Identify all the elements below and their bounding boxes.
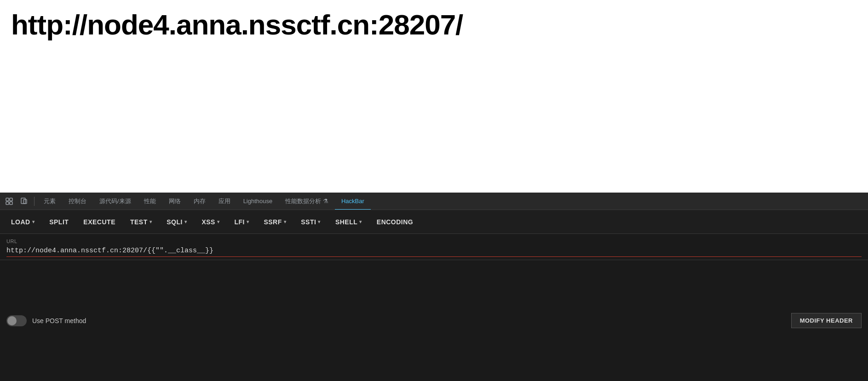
tab-network[interactable]: 网络 — [162, 193, 187, 210]
ssrf-dropdown-arrow: ▾ — [284, 219, 287, 224]
tab-elements[interactable]: 元素 — [37, 193, 62, 210]
browser-content: http://node4.anna.nssctf.cn:28207/ — [0, 0, 868, 193]
load-dropdown-arrow: ▾ — [32, 219, 35, 224]
ssrf-button[interactable]: SSRF ▾ — [256, 210, 293, 234]
svg-rect-0 — [6, 198, 9, 201]
tab-performance-insights[interactable]: 性能数据分析 ⚗ — [279, 193, 335, 210]
test-label: TEST — [130, 218, 148, 226]
sqli-dropdown-arrow: ▾ — [184, 219, 187, 224]
devtools-panel: 元素 控制台 源代码/来源 性能 网络 内存 应用 Lighthouse 性能数… — [0, 193, 868, 381]
split-button[interactable]: SPLIT — [42, 210, 76, 234]
lfi-label: LFI — [234, 218, 245, 226]
xss-label: XSS — [201, 218, 215, 226]
devtools-tab-bar: 元素 控制台 源代码/来源 性能 网络 内存 应用 Lighthouse 性能数… — [0, 193, 868, 210]
xss-dropdown-arrow: ▾ — [217, 219, 220, 224]
tab-memory[interactable]: 内存 — [187, 193, 212, 210]
ssti-label: SSTI — [301, 218, 316, 226]
url-label: URL — [6, 239, 862, 244]
hackbar-bottom-area: Use POST method MODIFY HEADER — [0, 260, 868, 381]
xss-button[interactable]: XSS ▾ — [194, 210, 227, 234]
encoding-button[interactable]: ENCODING — [369, 210, 420, 234]
test-dropdown-arrow: ▾ — [149, 219, 152, 224]
ssti-button[interactable]: SSTI ▾ — [293, 210, 328, 234]
svg-rect-2 — [6, 202, 9, 205]
tab-hackbar[interactable]: HackBar — [335, 193, 371, 210]
post-method-label: Use POST method — [32, 317, 86, 324]
sqli-label: SQLI — [167, 218, 183, 226]
ssrf-label: SSRF — [264, 218, 282, 226]
shell-button[interactable]: SHELL ▾ — [328, 210, 369, 234]
shell-label: SHELL — [335, 218, 357, 226]
shell-dropdown-arrow: ▾ — [359, 219, 362, 224]
tab-application[interactable]: 应用 — [212, 193, 237, 210]
tab-console[interactable]: 控制台 — [62, 193, 93, 210]
tab-divider — [34, 197, 34, 206]
post-method-toggle[interactable] — [6, 315, 27, 326]
tab-sources[interactable]: 源代码/来源 — [93, 193, 138, 210]
execute-button[interactable]: EXECUTE — [76, 210, 123, 234]
sqli-button[interactable]: SQLI ▾ — [159, 210, 194, 234]
modify-header-button[interactable]: MODIFY HEADER — [791, 313, 862, 328]
svg-rect-1 — [10, 198, 12, 201]
toggle-knob — [7, 316, 17, 325]
inspect-icon[interactable] — [2, 193, 17, 210]
split-label: SPLIT — [49, 218, 69, 226]
tab-performance[interactable]: 性能 — [138, 193, 162, 210]
load-label: LOAD — [11, 218, 30, 226]
encoding-label: ENCODING — [377, 218, 413, 226]
device-toggle-icon[interactable] — [17, 193, 31, 210]
post-method-area: Use POST method — [6, 315, 86, 326]
load-button[interactable]: LOAD ▾ — [4, 210, 42, 234]
lfi-dropdown-arrow: ▾ — [247, 219, 249, 224]
tab-lighthouse[interactable]: Lighthouse — [237, 193, 279, 210]
hackbar-url-area: URL — [0, 234, 868, 260]
test-button[interactable]: TEST ▾ — [123, 210, 159, 234]
ssti-dropdown-arrow: ▾ — [318, 219, 321, 224]
hackbar-toolbar: LOAD ▾ SPLIT EXECUTE TEST ▾ SQLI ▾ XSS ▾… — [0, 210, 868, 234]
execute-label: EXECUTE — [83, 218, 115, 226]
url-input[interactable] — [6, 246, 862, 257]
svg-rect-3 — [10, 202, 12, 205]
page-url: http://node4.anna.nssctf.cn:28207/ — [11, 9, 463, 40]
lfi-button[interactable]: LFI ▾ — [227, 210, 256, 234]
